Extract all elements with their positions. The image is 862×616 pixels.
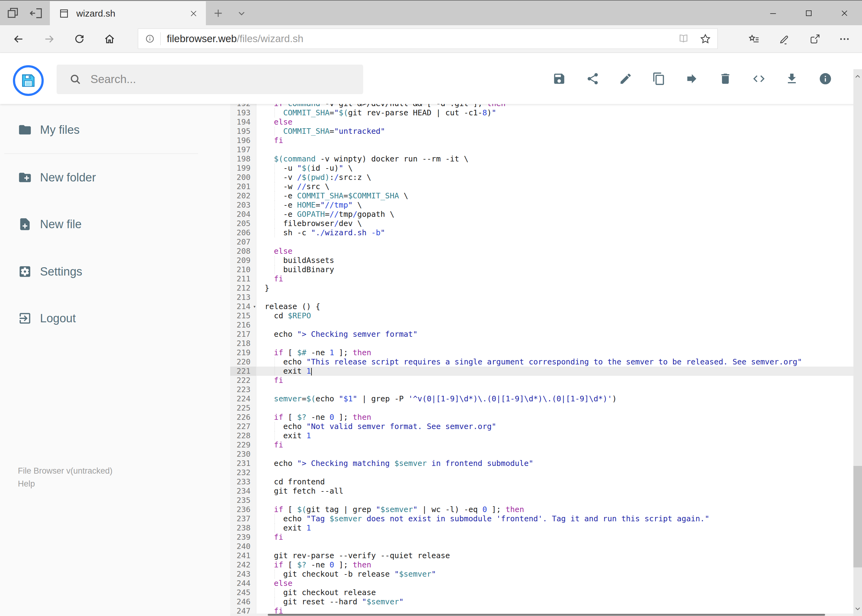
- code-line[interactable]: 194 else: [230, 118, 853, 127]
- search-input[interactable]: [90, 72, 337, 86]
- tab-preview-button[interactable]: [5, 5, 22, 22]
- horizontal-scrollbar[interactable]: [230, 614, 853, 616]
- close-window-button[interactable]: [829, 1, 860, 26]
- sidebar-item-settings[interactable]: Settings: [0, 262, 230, 281]
- code-line[interactable]: 222 fi: [230, 376, 853, 385]
- web-note-button[interactable]: [775, 30, 793, 48]
- code-line[interactable]: 210 buildBinary: [230, 265, 853, 274]
- code-line[interactable]: 234 git fetch --all: [230, 487, 853, 496]
- code-view-button[interactable]: [749, 69, 769, 89]
- code-line[interactable]: 198 $(command -v winpty) docker run --rm…: [230, 154, 853, 163]
- code-line[interactable]: 218: [230, 339, 853, 348]
- page-info-icon[interactable]: [145, 34, 155, 44]
- code-line[interactable]: 207: [230, 237, 853, 247]
- code-line[interactable]: 202 -e COMMIT_SHA=$COMMIT_SHA \: [230, 191, 853, 201]
- code-line[interactable]: 232: [230, 468, 853, 477]
- code-line[interactable]: 223: [230, 385, 853, 394]
- more-button[interactable]: [836, 30, 853, 48]
- code-line[interactable]: 213: [230, 293, 853, 302]
- code-line[interactable]: 197: [230, 145, 853, 154]
- search-bar[interactable]: [57, 64, 363, 94]
- code-line[interactable]: 206 sh -c "./wizard.sh -b": [230, 228, 853, 237]
- code-line[interactable]: 209 buildAssets: [230, 256, 853, 265]
- hub-button[interactable]: [745, 30, 763, 48]
- sidebar-item-new-file[interactable]: New file: [0, 214, 230, 234]
- code-editor[interactable]: 192 if command -v git &>/dev/null && [ -…: [230, 104, 853, 616]
- code-line[interactable]: 211 fi: [230, 274, 853, 284]
- code-line[interactable]: 238 exit 1: [230, 523, 853, 533]
- code-line[interactable]: 201 -w //src \: [230, 182, 853, 191]
- page-scrollbar[interactable]: [853, 69, 862, 616]
- code-line[interactable]: 242 if [ $? -ne 0 ]; then: [230, 560, 853, 570]
- code-line[interactable]: 236 if [ $(git tag | grep "$semver" | wc…: [230, 505, 853, 514]
- code-line[interactable]: 214▾release () {: [230, 302, 853, 311]
- code-line[interactable]: 199 -u "$(id -u)" \: [230, 163, 853, 173]
- code-line[interactable]: 244 else: [230, 579, 853, 588]
- download-button[interactable]: [782, 69, 802, 89]
- sidebar-item-new-folder[interactable]: New folder: [0, 168, 230, 187]
- maximize-button[interactable]: [793, 1, 825, 26]
- sidebar-item-logout[interactable]: Logout: [0, 308, 230, 328]
- sidebar-item-my-files[interactable]: My files: [0, 120, 230, 140]
- code-line[interactable]: 196 fi: [230, 136, 853, 145]
- code-line[interactable]: 224 semver=$(echo "$1" | grep -P '^v(0|[…: [230, 394, 853, 404]
- code-line[interactable]: 220 echo "This release script requires a…: [230, 357, 853, 366]
- code-line[interactable]: 235: [230, 496, 853, 505]
- rename-button[interactable]: [616, 69, 635, 89]
- code-line[interactable]: 203 -e HOME="//tmp" \: [230, 201, 853, 210]
- share-file-button[interactable]: [583, 69, 603, 89]
- save-button[interactable]: [549, 69, 569, 89]
- code-line[interactable]: 219 if [ $# -ne 1 ]; then: [230, 348, 853, 357]
- code-line[interactable]: 200 -v /$(pwd):/src:z \: [230, 173, 853, 182]
- code-line[interactable]: 193 COMMIT_SHA="$(git rev-parse HEAD | c…: [230, 108, 853, 118]
- horizontal-scrollbar-thumb[interactable]: [268, 614, 825, 616]
- tab-list-dropdown-button[interactable]: [233, 5, 250, 22]
- code-line[interactable]: 225: [230, 404, 853, 413]
- info-button[interactable]: [816, 69, 835, 89]
- code-line[interactable]: 239 fi: [230, 533, 853, 542]
- code-line[interactable]: 226 if [ $? -ne 0 ]; then: [230, 413, 853, 422]
- copy-button[interactable]: [649, 69, 669, 89]
- code-line[interactable]: 243 git checkout -b release "$semver": [230, 570, 853, 579]
- minimize-button[interactable]: [757, 1, 789, 26]
- filebrowser-logo[interactable]: [13, 65, 44, 96]
- code-line[interactable]: 246 git reset --hard "$semver": [230, 597, 853, 607]
- delete-button[interactable]: [715, 69, 735, 89]
- code-line[interactable]: 192 if command -v git &>/dev/null && [ -…: [230, 104, 853, 108]
- code-line[interactable]: 233 cd frontend: [230, 477, 853, 487]
- code-line[interactable]: 216: [230, 321, 853, 330]
- code-line[interactable]: 229 fi: [230, 440, 853, 449]
- new-tab-button[interactable]: [210, 5, 227, 22]
- code-line[interactable]: 221 exit 1: [230, 366, 853, 376]
- code-line[interactable]: 204 -e GOPATH=//tmp/gopath \: [230, 210, 853, 219]
- home-button[interactable]: [101, 30, 118, 48]
- reading-view-icon[interactable]: [678, 33, 689, 44]
- code-line[interactable]: 205 filebrowser/dev \: [230, 219, 853, 228]
- address-bar[interactable]: filebrowser.web/files/wizard.sh: [138, 28, 718, 49]
- code-line[interactable]: 237 echo "Tag $semver does not exist in …: [230, 514, 853, 523]
- code-line[interactable]: 245 git checkout release: [230, 588, 853, 597]
- browser-tab[interactable]: wizard.sh: [50, 1, 206, 26]
- share-button[interactable]: [806, 30, 824, 48]
- code-line[interactable]: 227 echo "Not valid semver format. See s…: [230, 422, 853, 431]
- move-button[interactable]: [682, 69, 702, 89]
- scroll-up-arrow[interactable]: [853, 71, 862, 83]
- code-line[interactable]: 240: [230, 542, 853, 551]
- favorite-star-icon[interactable]: [700, 33, 711, 45]
- help-link[interactable]: Help: [18, 477, 113, 490]
- tabs-set-aside-button[interactable]: [28, 5, 44, 22]
- code-line[interactable]: 231 echo "> Checking matching $semver in…: [230, 459, 853, 468]
- code-line[interactable]: 195 COMMIT_SHA="untracked": [230, 127, 853, 136]
- tab-close-button[interactable]: [188, 7, 200, 20]
- code-line[interactable]: 212}: [230, 284, 853, 293]
- code-line[interactable]: 208 else: [230, 247, 853, 256]
- code-line[interactable]: 230: [230, 449, 853, 459]
- code-line[interactable]: 241 git rev-parse --verify --quiet relea…: [230, 551, 853, 560]
- forward-button[interactable]: [41, 30, 58, 48]
- code-line[interactable]: 217 echo "> Checking semver format": [230, 330, 853, 339]
- refresh-button[interactable]: [71, 30, 88, 48]
- code-line[interactable]: 215 cd $REPO: [230, 311, 853, 321]
- scrollbar-thumb[interactable]: [853, 466, 862, 567]
- fold-arrow-icon[interactable]: ▾: [253, 302, 256, 311]
- back-button[interactable]: [10, 30, 27, 48]
